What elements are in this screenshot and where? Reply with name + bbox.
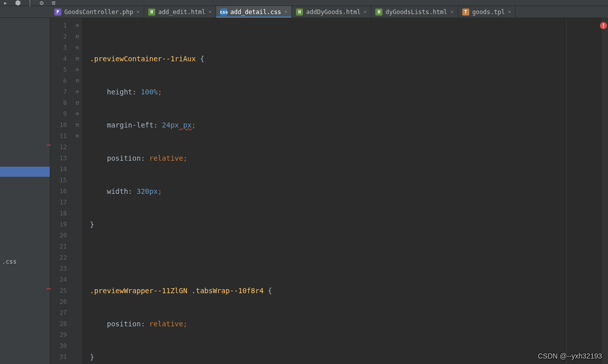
tab-goods-controller[interactable]: PGoodsController.php× <box>50 6 144 18</box>
tab-add-dy-goods[interactable]: HaddDyGoods.html× <box>292 6 371 18</box>
project-sidebar[interactable]: .css <box>0 18 50 364</box>
line-number: 27 <box>50 307 73 318</box>
line-number: 9 <box>50 108 73 119</box>
line-number: 15 <box>50 175 73 186</box>
line-number: 8 <box>50 97 73 108</box>
menu-icon[interactable]: ≡ <box>50 1 57 6</box>
html-icon: H <box>148 9 155 16</box>
fold-icon[interactable] <box>73 131 82 142</box>
close-icon[interactable]: × <box>284 9 288 15</box>
fold-icon[interactable] <box>73 97 82 108</box>
inspection-gutter[interactable]: ! <box>602 18 608 364</box>
line-number: 6 <box>50 75 73 86</box>
line-number: 22 <box>50 252 73 263</box>
line-number: 14 <box>50 164 73 175</box>
html-icon: H <box>296 9 303 16</box>
line-number: 19 <box>50 219 73 230</box>
line-number: 31 <box>50 351 73 362</box>
line-number: 1 <box>50 20 73 31</box>
fold-icon[interactable] <box>73 75 82 86</box>
toolbar: ▸ ⬢ ⋮ ⚙ ≡ <box>0 0 608 6</box>
tools-icon[interactable]: ⋮ <box>26 1 33 6</box>
fold-icon[interactable] <box>73 86 82 97</box>
line-number: 4 <box>50 53 73 64</box>
line-number: 3 <box>50 42 73 53</box>
fold-icon[interactable] <box>73 31 82 42</box>
php-icon: P <box>54 9 61 16</box>
tpl-icon: T <box>462 9 469 16</box>
fold-icon[interactable] <box>73 119 82 131</box>
close-icon[interactable]: × <box>209 9 212 15</box>
main-area: .css 1 2 3 4 5 6 7 8 9 10 11 12 13 14 15… <box>0 18 608 364</box>
debug-icon[interactable]: ⬢ <box>14 1 21 6</box>
sidebar-file-css[interactable]: .css <box>0 258 17 265</box>
fold-icon[interactable] <box>73 20 82 31</box>
tab-add-edit[interactable]: Hadd_edit.html× <box>144 6 217 18</box>
line-number: 20 <box>50 230 73 241</box>
gutter-error-mark <box>47 288 51 289</box>
line-number: 26 <box>50 296 73 307</box>
line-gutter[interactable]: 1 2 3 4 5 6 7 8 9 10 11 12 13 14 15 16 1… <box>50 18 73 364</box>
line-number: 5 <box>50 64 73 75</box>
fold-icon[interactable] <box>73 108 82 119</box>
line-number: 23 <box>50 263 73 274</box>
close-icon[interactable]: × <box>450 9 454 15</box>
close-icon[interactable]: × <box>364 9 367 15</box>
run-icon[interactable]: ▸ <box>2 1 9 6</box>
watermark: CSDN @--yxh32193 <box>538 352 602 360</box>
fold-icon[interactable] <box>73 53 82 64</box>
tab-goods-tpl[interactable]: Tgoods.tpl× <box>458 6 516 18</box>
editor-tabs: PGoodsController.php× Hadd_edit.html× cs… <box>0 6 608 18</box>
tab-add-detail[interactable]: cssadd_detail.css× <box>216 6 292 18</box>
line-number: 30 <box>50 340 73 351</box>
settings-icon[interactable]: ⚙ <box>38 1 45 6</box>
line-number: 29 <box>50 329 73 340</box>
line-number: 13 <box>50 153 73 164</box>
line-number: 25 <box>50 285 73 296</box>
line-number: 24 <box>50 274 73 285</box>
line-number: 28 <box>50 318 73 329</box>
editor-margin-line <box>566 18 567 364</box>
error-indicator-icon[interactable]: ! <box>600 22 607 29</box>
line-number: 12 <box>50 142 73 153</box>
code-editor[interactable]: .previewContainer--1riAux { height: 100%… <box>82 18 602 364</box>
css-icon: css <box>220 9 227 16</box>
line-number: 10 <box>50 119 73 131</box>
fold-icon[interactable] <box>73 64 82 75</box>
line-number: 18 <box>50 208 73 219</box>
sidebar-selection <box>0 167 50 177</box>
line-number: 7 <box>50 86 73 97</box>
fold-icon[interactable] <box>73 42 82 53</box>
close-icon[interactable]: × <box>508 9 512 15</box>
line-number: 11 <box>50 131 73 142</box>
line-number: 17 <box>50 197 73 208</box>
line-number: 21 <box>50 241 73 252</box>
html-icon: H <box>375 9 382 16</box>
tab-dy-goods-lists[interactable]: HdyGoodsLists.html× <box>371 6 458 18</box>
line-number: 2 <box>50 31 73 42</box>
line-number: 16 <box>50 186 73 197</box>
gutter-error-mark <box>47 145 51 146</box>
close-icon[interactable]: × <box>136 9 140 15</box>
fold-gutter[interactable] <box>73 18 82 364</box>
